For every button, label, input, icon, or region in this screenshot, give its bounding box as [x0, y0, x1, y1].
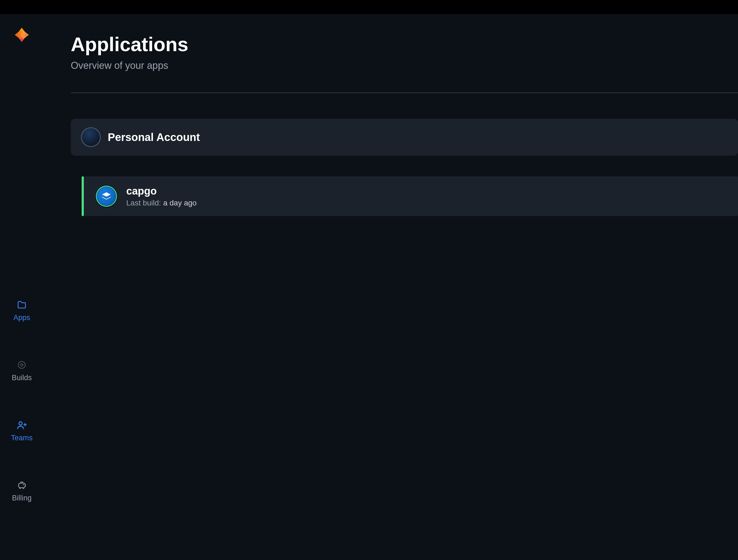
people-icon	[16, 420, 27, 431]
app-meta: Last build: a day ago	[126, 199, 197, 207]
last-build-value: a day ago	[163, 199, 197, 207]
app-icon	[95, 184, 118, 208]
sidebar-nav: Apps Builds	[11, 299, 33, 502]
svg-point-2	[19, 422, 22, 425]
last-build-label: Last build:	[126, 199, 161, 207]
logo-icon	[13, 26, 30, 44]
svg-point-1	[18, 361, 25, 369]
avatar	[81, 127, 101, 147]
gear-icon	[16, 360, 27, 370]
piggy-icon	[16, 480, 27, 491]
sidebar-item-label: Teams	[11, 434, 33, 442]
sidebar-item-builds[interactable]: Builds	[12, 360, 32, 382]
svg-point-0	[21, 364, 23, 366]
sidebar-item-label: Apps	[13, 314, 30, 322]
top-bar	[0, 0, 738, 14]
account-card[interactable]: Personal Account	[71, 119, 738, 156]
sidebar-item-teams[interactable]: Teams	[11, 420, 33, 442]
sidebar-item-label: Builds	[12, 374, 32, 382]
app-card[interactable]: capgo Last build: a day ago	[83, 176, 738, 216]
logo[interactable]	[13, 26, 30, 44]
svg-point-3	[23, 485, 24, 485]
sidebar-item-apps[interactable]: Apps	[13, 299, 30, 322]
app-container: Apps Builds	[0, 14, 738, 560]
sidebar: Apps Builds	[0, 14, 44, 560]
layers-icon	[97, 186, 116, 206]
page-title: Applications	[71, 33, 738, 55]
account-name: Personal Account	[108, 131, 200, 143]
app-name: capgo	[126, 185, 197, 197]
folder-icon	[16, 299, 27, 310]
sidebar-item-billing[interactable]: Billing	[12, 480, 32, 502]
app-info: capgo Last build: a day ago	[126, 185, 197, 207]
page-subtitle: Overview of your apps	[71, 60, 738, 71]
divider	[71, 92, 738, 93]
sidebar-item-label: Billing	[12, 494, 32, 502]
main-content: Applications Overview of your apps Perso…	[44, 14, 738, 560]
